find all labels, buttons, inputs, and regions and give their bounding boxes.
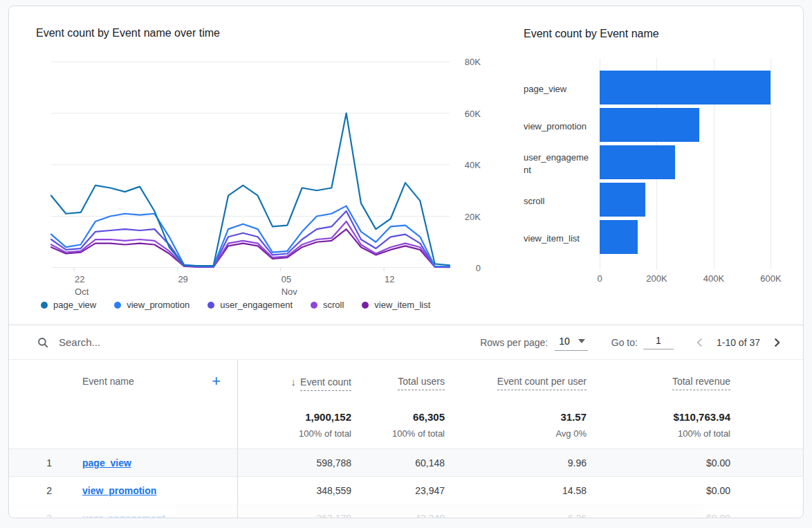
- goto-label: Go to:: [611, 337, 638, 348]
- bar-page_view: [600, 71, 771, 104]
- totals-revenue-sub: 100% of total: [587, 428, 730, 439]
- bar-row-view_promotion: view_promotion: [600, 108, 785, 145]
- goto-page-input[interactable]: [643, 335, 674, 349]
- bar-chart-x-axis: 0200K400K600K: [600, 273, 785, 287]
- bar-chart-plot: page_viewview_promotionuser_engagementsc…: [600, 58, 785, 269]
- legend-label: user_engagement: [220, 300, 293, 310]
- bar-category-label: page_view: [524, 83, 591, 95]
- row-event-count: 263,179: [237, 513, 351, 519]
- line-chart-y-axis: 020K40K60K80K: [457, 62, 481, 268]
- totals-revenue: $110,763.94: [587, 411, 730, 423]
- row-number: 2: [9, 485, 53, 496]
- chevron-right-icon[interactable]: [768, 334, 785, 351]
- event-name-link[interactable]: page_view: [82, 457, 131, 468]
- legend-dot-icon: [362, 302, 369, 309]
- add-dimension-button[interactable]: +: [212, 374, 221, 389]
- chevron-left-icon[interactable]: [692, 334, 708, 351]
- bar-category-label: user_engagement: [524, 152, 591, 176]
- y-tick-label: 60K: [465, 108, 481, 118]
- legend-item-view_promotion: view_promotion: [114, 300, 190, 310]
- row-revenue: $0.00: [587, 457, 730, 468]
- bar-x-tick-label: 600K: [760, 273, 781, 284]
- event-name-link[interactable]: user_engagement: [82, 513, 165, 519]
- line-series-view_promotion: [51, 206, 450, 267]
- dimension-header-label[interactable]: Event name: [82, 376, 134, 387]
- row-revenue: $0.00: [587, 513, 730, 519]
- totals-row: 1,900,152 100% of total 66,305 100% of t…: [9, 403, 803, 448]
- dropdown-caret-icon: [578, 339, 585, 343]
- row-per-user: 9.96: [445, 457, 587, 468]
- header-total-users: Total users: [351, 376, 445, 387]
- search-icon: [37, 336, 49, 349]
- row-event-count: 598,788: [237, 457, 351, 468]
- legend-label: view_promotion: [127, 300, 190, 310]
- line-chart-svg: [51, 62, 450, 268]
- legend-item-page_view: page_view: [41, 300, 96, 310]
- event-name-link[interactable]: view_promotion: [82, 485, 156, 496]
- legend-label: scroll: [323, 300, 344, 310]
- y-tick-label: 0: [476, 263, 481, 273]
- totals-event-count-cell: 1,900,152 100% of total: [237, 411, 351, 448]
- bar-row-user_engagement: user_engagement: [600, 145, 785, 183]
- rows-per-page-value: 10: [559, 336, 570, 347]
- bar-category-label: view_item_list: [524, 233, 591, 245]
- legend-label: view_item_list: [374, 300, 430, 310]
- line-chart-legend: page_viewview_promotionuser_engagementsc…: [41, 300, 430, 310]
- dimension-header-cell: Event name +: [53, 374, 237, 389]
- bar-x-tick-label: 200K: [646, 273, 667, 284]
- header-total-users-label[interactable]: Total users: [398, 376, 445, 390]
- row-total-users: 60,148: [351, 457, 445, 468]
- rows-per-page-select[interactable]: 10: [555, 334, 588, 351]
- legend-label: page_view: [53, 300, 96, 310]
- row-number: 1: [9, 457, 53, 468]
- search-input[interactable]: [59, 336, 252, 348]
- x-tick-label: 29: [178, 273, 187, 286]
- header-total-revenue-label[interactable]: Total revenue: [672, 376, 730, 390]
- legend-item-view_item_list: view_item_list: [362, 300, 430, 310]
- bar-x-tick-label: 0: [597, 273, 602, 284]
- row-per-user: 6.26: [445, 513, 587, 519]
- bar-view_item_list: [600, 220, 638, 254]
- totals-event-count: 1,900,152: [237, 411, 351, 423]
- row-revenue: $0.00: [587, 485, 730, 496]
- legend-item-scroll: scroll: [311, 300, 344, 310]
- row-event-count: 348,559: [237, 485, 351, 496]
- totals-per-user-sub: Avg 0%: [445, 428, 587, 439]
- bar-chart-title: Event count by Event name: [524, 28, 659, 40]
- events-table: Event name + ↓Event count Total users Ev…: [9, 360, 803, 518]
- report-card: Event count by Event name over time Even…: [8, 6, 804, 518]
- table-row: 1 page_view 598,788 60,148 9.96 $0.00: [9, 448, 803, 476]
- row-per-user: 14.58: [445, 485, 587, 496]
- legend-dot-icon: [207, 302, 214, 309]
- line-chart-title: Event count by Event name over time: [36, 27, 220, 39]
- table-toolbar: Rows per page: 10 Go to: 1-10 of 37: [9, 325, 803, 360]
- y-tick-label: 40K: [465, 160, 481, 170]
- header-event-count-label[interactable]: Event count: [300, 376, 351, 391]
- table-row: 3 user_engagement 263,179 42,340 6.26 $0…: [9, 504, 803, 518]
- bar-category-label: scroll: [524, 195, 591, 208]
- header-event-count: ↓Event count: [237, 376, 351, 388]
- totals-total-users-cell: 66,305 100% of total: [351, 411, 445, 448]
- legend-dot-icon: [41, 302, 48, 309]
- totals-per-user: 31.57: [445, 411, 587, 423]
- row-total-users: 23,947: [351, 485, 445, 496]
- line-chart-x-axis: 22 Oct2905 Nov12: [51, 273, 450, 297]
- column-divider: [237, 360, 238, 518]
- legend-dot-icon: [311, 302, 317, 309]
- y-tick-label: 80K: [465, 57, 481, 67]
- totals-event-count-sub: 100% of total: [237, 428, 351, 439]
- totals-revenue-cell: $110,763.94 100% of total: [587, 411, 730, 448]
- search-box: [37, 336, 252, 349]
- bar-category-label: view_promotion: [524, 120, 591, 133]
- bar-x-tick-label: 400K: [703, 273, 724, 284]
- header-event-count-per-user-label[interactable]: Event count per user: [497, 376, 587, 390]
- bar-row-page_view: page_view: [600, 71, 785, 108]
- bar-view_promotion: [600, 108, 699, 142]
- y-tick-label: 20K: [465, 211, 481, 221]
- rows-per-page-label: Rows per page:: [480, 337, 548, 348]
- totals-per-user-cell: 31.57 Avg 0%: [445, 411, 587, 448]
- table-header-row: Event name + ↓Event count Total users Ev…: [9, 360, 803, 403]
- totals-total-users: 66,305: [351, 411, 445, 423]
- bar-user_engagement: [600, 145, 675, 179]
- legend-dot-icon: [114, 302, 121, 309]
